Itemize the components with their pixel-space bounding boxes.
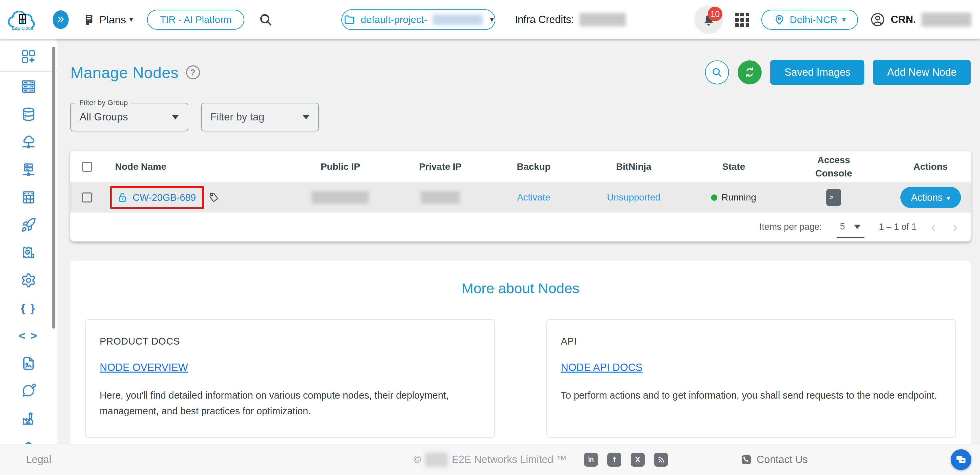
sidebar-item-billing[interactable]: $: [0, 239, 57, 266]
region-selector[interactable]: Delhi-NCR ▾: [761, 10, 858, 30]
chevron-down-icon: ▾: [842, 15, 846, 24]
sidebar: $ { } < >: [0, 39, 57, 475]
facebook-icon[interactable]: f: [607, 453, 621, 467]
col-public-ip: Public IP: [290, 161, 390, 172]
row-actions-button[interactable]: Actions ▾: [900, 187, 961, 208]
col-access-console: Access Console: [805, 153, 862, 180]
double-chevron-icon: »: [57, 10, 64, 27]
table-search-button[interactable]: [705, 61, 729, 84]
sidebar-item-appliance[interactable]: [0, 183, 57, 211]
account-menu[interactable]: CRN.: [870, 12, 971, 27]
sidebar-item-datacenter[interactable]: [0, 405, 57, 433]
footer: Legal © E2E Networks Limited ™ in f X Co…: [0, 444, 980, 475]
image-file-icon: [21, 355, 37, 371]
more-about-nodes-section: More about Nodes PRODUCT DOCS NODE OVERV…: [70, 261, 970, 448]
contact-us-link[interactable]: Contact Us: [741, 454, 808, 465]
e2e-cloud-logo[interactable]: E2E Cloud: [7, 6, 39, 33]
card-heading: PRODUCT DOCS: [100, 336, 480, 347]
cloud-network-icon: [21, 134, 37, 150]
select-all-checkbox[interactable]: [82, 162, 92, 172]
table-header-row: Node Name Public IP Private IP Backup Bi…: [70, 151, 970, 183]
project-selector[interactable]: default-project- ▾: [341, 10, 495, 30]
sidebar-item-database[interactable]: [0, 100, 57, 128]
col-bitninja: BitNinja: [577, 161, 690, 172]
linkedin-icon[interactable]: in: [584, 453, 598, 467]
rocket-icon: [21, 217, 37, 233]
user-avatar-icon: [870, 12, 885, 27]
saved-images-button[interactable]: Saved Images: [770, 60, 864, 85]
page-title: Manage Nodes: [70, 64, 179, 82]
search-icon: [711, 66, 723, 78]
sidebar-item-launch[interactable]: [0, 211, 57, 239]
plans-label: Plans: [99, 14, 126, 26]
sidebar-item-server-network[interactable]: [0, 156, 57, 183]
node-overview-link[interactable]: NODE OVERVIEW: [100, 362, 188, 374]
search-icon[interactable]: [258, 12, 273, 27]
node-api-docs-link[interactable]: NODE API DOCS: [561, 362, 643, 374]
col-node-name: Node Name: [103, 161, 290, 172]
server-rack-icon: [21, 79, 37, 94]
apps-grid-icon[interactable]: [735, 13, 749, 27]
previous-page-button[interactable]: ‹: [931, 220, 935, 234]
notification-badge: 10: [708, 7, 722, 21]
chat-bubbles-icon: [955, 454, 967, 465]
filter-by-group-select[interactable]: Filter by Group All Groups: [70, 103, 188, 131]
redacted-crn-value: [921, 13, 971, 27]
sidebar-item-images[interactable]: [0, 349, 57, 377]
help-icon[interactable]: ?: [186, 65, 200, 80]
copyright-text: E2E Networks Limited ™: [452, 454, 567, 465]
col-actions: Actions: [890, 161, 970, 172]
notifications-button[interactable]: 10: [694, 5, 723, 34]
bitninja-status-link[interactable]: Unsupported: [607, 192, 660, 203]
sidebar-expand-button[interactable]: »: [52, 10, 68, 29]
sidebar-item-cloud-network[interactable]: [0, 128, 57, 156]
redacted-project-suffix: [433, 14, 483, 25]
infra-credits-label: Infra Credits:: [515, 14, 574, 26]
sidebar-item-compute-nodes[interactable]: [0, 73, 57, 100]
row-checkbox[interactable]: [82, 193, 92, 202]
billing-receipt-icon: $: [21, 245, 37, 260]
card-body: Here, you'll find detailed information o…: [100, 387, 480, 419]
items-per-page-label: Items per page:: [759, 222, 822, 232]
topbar: E2E Cloud » Plans ▾ TIR - AI Platform de…: [0, 0, 980, 39]
chevron-down-icon: ▾: [947, 193, 950, 202]
tir-ai-platform-button[interactable]: TIR - AI Platform: [147, 10, 244, 30]
sidebar-scrollbar[interactable]: [52, 47, 55, 328]
edit-tag-icon[interactable]: [208, 191, 220, 204]
items-per-page-select[interactable]: 5: [837, 222, 864, 238]
sidebar-item-api[interactable]: { }: [0, 294, 57, 322]
pagination-bar: Items per page: 5 1 – 1 of 1 ‹ ›: [70, 212, 970, 242]
filter-by-tag-select[interactable]: Filter by tag: [201, 103, 319, 131]
rss-icon[interactable]: [654, 453, 668, 467]
chevron-down-icon: [302, 115, 310, 120]
col-backup: Backup: [490, 161, 577, 172]
col-state: State: [690, 161, 777, 172]
svg-text:E2E Cloud: E2E Cloud: [12, 26, 33, 31]
chat-widget-button[interactable]: [951, 449, 971, 470]
sidebar-item-dashboard[interactable]: [0, 43, 57, 70]
next-page-button[interactable]: ›: [953, 220, 957, 234]
rss-glyph: [657, 456, 665, 463]
legal-link[interactable]: Legal: [26, 454, 51, 465]
backup-activate-link[interactable]: Activate: [517, 192, 550, 203]
sidebar-item-settings[interactable]: [0, 266, 57, 294]
refresh-button[interactable]: [738, 61, 762, 84]
infra-credits: Infra Credits:: [515, 13, 626, 26]
plans-menu[interactable]: Plans ▾: [83, 13, 133, 26]
node-state: Running: [711, 192, 756, 203]
add-new-node-button[interactable]: Add New Node: [873, 60, 970, 85]
angle-brackets-icon: < >: [19, 329, 38, 342]
svg-text:$: $: [26, 250, 28, 254]
filter-group-value: All Groups: [80, 111, 128, 123]
node-name-link[interactable]: CW-20GB-689: [133, 192, 196, 203]
chat-question-icon: [21, 383, 37, 399]
main-content: Manage Nodes ? Saved Images Add New Node…: [57, 39, 980, 475]
col-private-ip: Private IP: [390, 161, 490, 172]
filter-tag-value: Filter by tag: [210, 111, 264, 123]
factory-icon: [21, 411, 37, 427]
sidebar-item-support[interactable]: [0, 377, 57, 405]
x-twitter-icon[interactable]: X: [631, 453, 645, 467]
access-console-icon[interactable]: >_: [826, 189, 841, 206]
dashboard-icon: [21, 49, 37, 64]
sidebar-item-code[interactable]: < >: [0, 322, 57, 349]
